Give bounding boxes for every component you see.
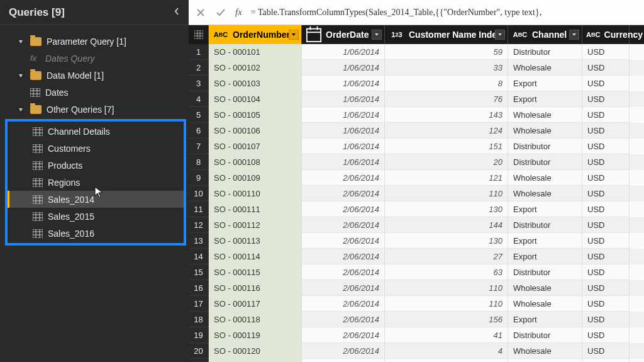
cell-orderdate[interactable]: 1/06/2014 (302, 123, 385, 139)
table-row[interactable]: 7SO - 0001071/06/2014151DistributorUSD (189, 139, 644, 154)
cell-channel[interactable]: Wholesale (508, 123, 582, 139)
row-number[interactable]: 8 (189, 154, 209, 170)
cell-orderdate[interactable]: 1/06/2014 (302, 60, 385, 76)
cell-channel[interactable]: Export (508, 233, 582, 249)
expand-collapse-icon[interactable] (18, 106, 25, 113)
row-number[interactable]: 1 (189, 44, 209, 60)
cell-customer-name-index[interactable]: 124 (385, 123, 508, 139)
column-header-orderdate[interactable]: OrderDate (302, 25, 385, 44)
cell-ordernumber[interactable]: SO - 000108 (209, 154, 302, 170)
group-parameter-query[interactable]: Parameter Query [1] (0, 33, 189, 50)
query-channel-details[interactable]: Channel Details (8, 123, 184, 140)
expand-collapse-icon[interactable] (18, 38, 25, 45)
cell-currency[interactable]: USD (582, 91, 630, 107)
cell-channel[interactable]: Export (508, 249, 582, 264)
table-row[interactable]: 8SO - 0001081/06/201420DistributorUSD (189, 154, 644, 170)
row-number[interactable]: 20 (189, 343, 209, 359)
table-row[interactable]: 15SO - 0001152/06/201463DistributorUSD (189, 264, 644, 280)
row-number[interactable]: 6 (189, 123, 209, 139)
cell-currency[interactable]: USD (582, 186, 630, 201)
cell-orderdate[interactable]: 2/06/2014 (302, 249, 385, 264)
cell-currency[interactable]: USD (582, 249, 630, 264)
cell-ordernumber[interactable]: SO - 000106 (209, 123, 302, 139)
row-number[interactable]: 17 (189, 296, 209, 312)
cell-ordernumber[interactable]: SO - 000121 (209, 359, 302, 362)
row-number[interactable]: 12 (189, 217, 209, 233)
cell-customer-name-index[interactable]: 110 (385, 186, 508, 201)
cell-currency[interactable]: USD (582, 359, 630, 362)
cell-currency[interactable]: USD (582, 44, 630, 60)
column-header-customer-name-index[interactable]: 123 Customer Name Index (385, 25, 508, 44)
cell-channel[interactable]: Export (508, 76, 582, 91)
cell-currency[interactable]: USD (582, 296, 630, 312)
row-number[interactable]: 19 (189, 327, 209, 343)
query-customers[interactable]: Customers (8, 140, 184, 157)
cell-channel[interactable]: Wholesale (508, 107, 582, 123)
cell-orderdate[interactable]: 1/06/2014 (302, 91, 385, 107)
cell-orderdate[interactable]: 2/06/2014 (302, 312, 385, 327)
cell-currency[interactable]: USD (582, 107, 630, 123)
table-row[interactable]: 19SO - 0001192/06/201441DistributorUSD (189, 327, 644, 343)
cell-currency[interactable]: USD (582, 280, 630, 296)
table-row[interactable]: 5SO - 0001051/06/2014143WholesaleUSD (189, 107, 644, 123)
cell-currency[interactable]: USD (582, 327, 630, 343)
group-data-model[interactable]: Data Model [1] (0, 67, 189, 84)
cell-orderdate[interactable]: 1/06/2014 (302, 76, 385, 91)
cell-orderdate[interactable]: 2/06/2014 (302, 327, 385, 343)
cell-channel[interactable]: Distributor (508, 44, 582, 60)
cell-customer-name-index[interactable]: 110 (385, 296, 508, 312)
cell-ordernumber[interactable]: SO - 000110 (209, 186, 302, 201)
table-row[interactable]: 12SO - 0001122/06/2014144DistributorUSD (189, 217, 644, 233)
cell-channel[interactable]: Wholesale (508, 280, 582, 296)
table-row[interactable]: 16SO - 0001162/06/2014110WholesaleUSD (189, 280, 644, 296)
column-header-ordernumber[interactable]: ABC OrderNumber (209, 25, 302, 44)
cell-orderdate[interactable]: 1/06/2014 (302, 44, 385, 60)
cell-customer-name-index[interactable]: 4 (385, 343, 508, 359)
cell-ordernumber[interactable]: SO - 000104 (209, 91, 302, 107)
cell-channel[interactable]: Distributor (508, 154, 582, 170)
cell-customer-name-index[interactable]: 20 (385, 154, 508, 170)
cell-channel[interactable]: Wholesale (508, 296, 582, 312)
table-row[interactable]: 17SO - 0001172/06/2014110WholesaleUSD (189, 296, 644, 312)
cell-orderdate[interactable]: 2/06/2014 (302, 201, 385, 217)
query-dates-query[interactable]: fx Dates Query (0, 50, 189, 67)
table-row[interactable]: 1SO - 0001011/06/201459DistributorUSD (189, 44, 644, 60)
query-regions[interactable]: Regions (8, 174, 184, 191)
grid-body[interactable]: 1SO - 0001011/06/201459DistributorUSD2SO… (189, 44, 644, 362)
cell-ordernumber[interactable]: SO - 000116 (209, 280, 302, 296)
cell-customer-name-index[interactable]: 8 (385, 76, 508, 91)
cell-channel[interactable]: Wholesale (508, 170, 582, 186)
cell-ordernumber[interactable]: SO - 000117 (209, 296, 302, 312)
expand-collapse-icon[interactable] (18, 72, 25, 79)
row-number[interactable]: 2 (189, 60, 209, 76)
cell-customer-name-index[interactable]: 112 (385, 359, 508, 362)
cell-ordernumber[interactable]: SO - 000112 (209, 217, 302, 233)
cell-currency[interactable]: USD (582, 139, 630, 154)
cell-channel[interactable]: Export (508, 201, 582, 217)
cell-customer-name-index[interactable]: 27 (385, 249, 508, 264)
column-filter-dropdown[interactable] (289, 30, 299, 40)
cell-ordernumber[interactable]: SO - 000115 (209, 264, 302, 280)
cell-ordernumber[interactable]: SO - 000109 (209, 170, 302, 186)
query-sales-2015[interactable]: Sales_2015 (8, 208, 184, 225)
query-sales-2016[interactable]: Sales_2016 (8, 225, 184, 242)
row-number[interactable]: 18 (189, 312, 209, 327)
table-row[interactable]: 20SO - 0001202/06/20144WholesaleUSD (189, 343, 644, 359)
cell-orderdate[interactable]: 2/06/2014 (302, 280, 385, 296)
cancel-formula-button[interactable] (195, 7, 206, 18)
table-row[interactable]: 13SO - 0001132/06/2014130ExportUSD (189, 233, 644, 249)
row-number[interactable]: 15 (189, 264, 209, 280)
cell-customer-name-index[interactable]: 143 (385, 107, 508, 123)
cell-currency[interactable]: USD (582, 154, 630, 170)
query-sales-2014[interactable]: Sales_2014 (8, 191, 184, 208)
cell-currency[interactable]: USD (582, 233, 630, 249)
cell-currency[interactable]: USD (582, 60, 630, 76)
column-filter-dropdown[interactable] (495, 30, 505, 40)
row-number[interactable]: 16 (189, 280, 209, 296)
row-number[interactable]: 5 (189, 107, 209, 123)
formula-input[interactable]: = Table.TransformColumnTypes(Sales_2014_… (251, 8, 638, 18)
cell-channel[interactable]: Distributor (508, 264, 582, 280)
collapse-sidebar-button[interactable] (174, 6, 180, 19)
cell-currency[interactable]: USD (582, 312, 630, 327)
cell-channel[interactable]: Wholesale (508, 359, 582, 362)
